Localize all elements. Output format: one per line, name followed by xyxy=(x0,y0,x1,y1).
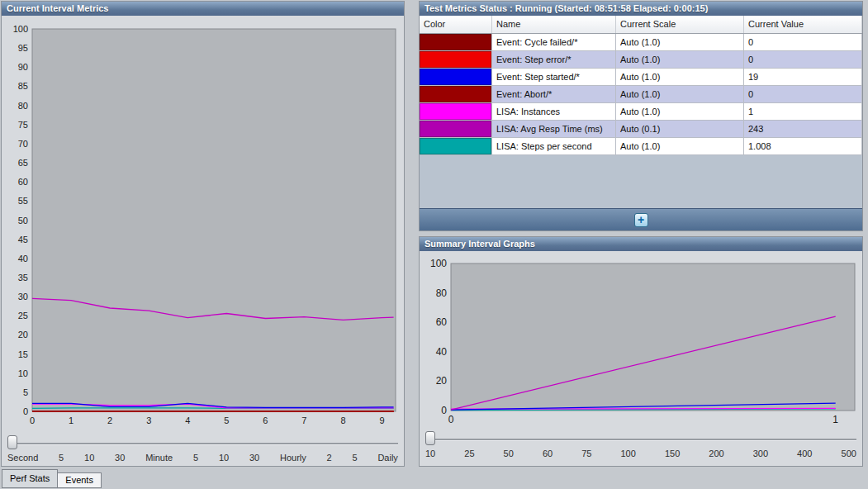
scale-label: Second xyxy=(7,453,38,463)
svg-text:45: 45 xyxy=(18,235,28,244)
svg-text:50: 50 xyxy=(18,216,28,226)
metric-name: LISA: Instances xyxy=(492,103,616,121)
svg-text:4: 4 xyxy=(185,415,190,425)
col-header-name[interactable]: Name xyxy=(492,16,616,33)
svg-text:40: 40 xyxy=(18,254,28,263)
metric-color-swatch xyxy=(420,103,492,121)
svg-text:10: 10 xyxy=(18,368,28,378)
col-header-current-value[interactable]: Current Value xyxy=(744,16,862,33)
svg-text:15: 15 xyxy=(18,349,28,359)
table-row[interactable]: Event: Step started/* Auto (1.0) 19 xyxy=(420,69,862,86)
svg-text:2: 2 xyxy=(107,415,112,425)
summary-title: Summary Interval Graphs xyxy=(425,239,535,249)
metric-scale: Auto (1.0) xyxy=(616,138,744,155)
svg-text:75: 75 xyxy=(18,120,28,130)
table-row[interactable]: LISA: Avg Resp Time (ms) Auto (0.1) 243 xyxy=(420,121,862,138)
metrics-table-body: Event: Cycle failed/* Auto (1.0) 0 Event… xyxy=(420,34,862,155)
scale-label: Hourly xyxy=(280,453,306,463)
svg-text:30: 30 xyxy=(18,292,28,301)
summary-scale-slider[interactable] xyxy=(420,429,862,449)
svg-text:85: 85 xyxy=(18,81,28,91)
svg-text:60: 60 xyxy=(436,316,448,328)
svg-text:6: 6 xyxy=(263,415,268,425)
tab-perf-stats[interactable]: Perf Stats xyxy=(2,469,58,488)
table-row[interactable]: LISA: Steps per second Auto (1.0) 1.008 xyxy=(420,138,862,155)
scale-label: 300 xyxy=(753,449,768,458)
metric-color-swatch xyxy=(420,34,492,51)
svg-text:9: 9 xyxy=(379,415,384,425)
summary-titlebar: Summary Interval Graphs xyxy=(420,237,862,251)
metric-value: 243 xyxy=(744,121,862,138)
scale-label: 5 xyxy=(59,453,64,463)
svg-text:95: 95 xyxy=(18,43,28,53)
interval-slider-track[interactable] xyxy=(7,443,398,445)
scale-label: Minute xyxy=(145,453,173,463)
table-row[interactable]: Event: Cycle failed/* Auto (1.0) 0 xyxy=(420,34,862,51)
svg-text:0: 0 xyxy=(448,414,454,425)
metric-value: 0 xyxy=(744,86,862,103)
summary-scale-labels: 10 25 50 60 75 100 150 200 300 400 500 xyxy=(420,449,862,466)
add-metric-button[interactable]: + xyxy=(634,213,648,227)
metric-value: 0 xyxy=(744,34,862,51)
tab-events[interactable]: Events xyxy=(57,472,102,488)
scale-label: 10 xyxy=(84,453,94,463)
metric-color-swatch xyxy=(420,121,492,138)
metric-value: 19 xyxy=(744,69,862,86)
svg-text:3: 3 xyxy=(146,415,151,425)
svg-text:20: 20 xyxy=(436,375,448,387)
svg-text:80: 80 xyxy=(436,287,448,299)
metric-color-swatch xyxy=(420,51,492,69)
svg-text:0: 0 xyxy=(441,405,447,416)
scale-label: 2 xyxy=(327,453,332,463)
scale-label: 100 xyxy=(620,449,635,458)
svg-text:8: 8 xyxy=(340,415,345,425)
scale-label: 75 xyxy=(581,449,591,458)
svg-text:5: 5 xyxy=(23,387,28,397)
current-interval-title: Current Interval Metrics xyxy=(7,3,108,13)
metric-scale: Auto (1.0) xyxy=(616,86,744,103)
metrics-table-empty-area xyxy=(420,155,862,208)
test-metrics-titlebar: Test Metrics Status : Running (Started: … xyxy=(420,2,862,16)
table-row[interactable]: Event: Abort/* Auto (1.0) 0 xyxy=(420,86,862,103)
metric-color-swatch xyxy=(420,86,492,103)
metric-color-swatch xyxy=(420,138,492,155)
scale-label: 30 xyxy=(249,453,259,463)
metric-scale: Auto (1.0) xyxy=(616,34,744,51)
svg-text:100: 100 xyxy=(13,24,28,34)
table-row[interactable]: Event: Step error/* Auto (1.0) 0 xyxy=(420,51,862,69)
interval-scale-slider[interactable] xyxy=(2,433,404,453)
svg-text:80: 80 xyxy=(18,101,28,111)
interval-chart: 0510152025303540455055606570758085909510… xyxy=(2,16,404,433)
summary-slider-thumb[interactable] xyxy=(425,431,435,445)
metric-color-swatch xyxy=(420,69,492,86)
svg-text:100: 100 xyxy=(430,258,447,269)
summary-chart: 02040608010001 xyxy=(420,251,862,429)
metric-name: LISA: Steps per second xyxy=(492,138,616,155)
view-tabbar: Perf Stats Events xyxy=(0,468,868,489)
metric-name: Event: Step started/* xyxy=(492,69,616,86)
metric-scale: Auto (1.0) xyxy=(616,69,744,86)
col-header-current-scale[interactable]: Current Scale xyxy=(616,16,744,33)
scale-label: 25 xyxy=(464,449,474,458)
interval-slider-thumb[interactable] xyxy=(7,435,17,449)
summary-slider-track[interactable] xyxy=(425,439,856,441)
scale-label: 10 xyxy=(425,449,435,458)
svg-text:40: 40 xyxy=(436,346,448,358)
table-row[interactable]: LISA: Instances Auto (1.0) 1 xyxy=(420,103,862,121)
scale-label: 400 xyxy=(797,449,812,458)
metric-name: Event: Cycle failed/* xyxy=(492,34,616,51)
scale-label: 500 xyxy=(842,449,856,458)
svg-text:20: 20 xyxy=(18,330,28,339)
scale-label: 200 xyxy=(709,449,723,458)
svg-text:35: 35 xyxy=(18,273,28,282)
metric-name: LISA: Avg Resp Time (ms) xyxy=(492,121,616,138)
metric-value: 1.008 xyxy=(744,138,862,155)
current-interval-panel: Current Interval Metrics 051015202530354… xyxy=(1,1,405,467)
metric-name: Event: Step error/* xyxy=(492,51,616,69)
scale-label: 10 xyxy=(219,453,229,463)
scale-label: 150 xyxy=(665,449,680,458)
svg-text:1: 1 xyxy=(832,414,838,425)
test-metrics-panel: Test Metrics Status : Running (Started: … xyxy=(419,1,863,231)
col-header-color[interactable]: Color xyxy=(420,16,492,33)
svg-text:0: 0 xyxy=(30,415,35,425)
